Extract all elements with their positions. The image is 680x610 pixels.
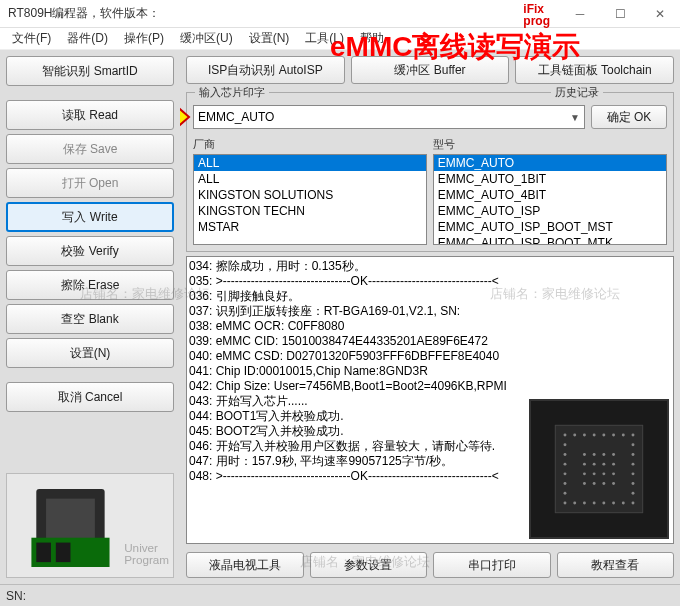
chevron-down-icon: ▼ bbox=[570, 112, 580, 123]
svg-point-14 bbox=[593, 434, 596, 437]
vendor-list[interactable]: ALL ALL KINGSTON SOLUTIONS KINGSTON TECH… bbox=[193, 154, 427, 245]
svg-point-40 bbox=[593, 453, 596, 456]
list-item[interactable]: MSTAR bbox=[194, 219, 426, 235]
svg-point-33 bbox=[583, 502, 586, 505]
svg-point-20 bbox=[632, 443, 635, 446]
minimize-button[interactable]: ─ bbox=[560, 0, 600, 28]
list-item[interactable]: EMMC_AUTO_ISP_BOOT_MTK bbox=[434, 235, 666, 245]
list-item[interactable]: EMMC_AUTO_4BIT bbox=[434, 187, 666, 203]
vendor-label: 厂商 bbox=[193, 135, 427, 154]
erase-button[interactable]: 擦除 Erase bbox=[6, 270, 174, 300]
settings-button[interactable]: 设置(N) bbox=[6, 338, 174, 368]
read-button[interactable]: 读取 Read bbox=[6, 100, 174, 130]
svg-point-31 bbox=[564, 502, 567, 505]
svg-point-41 bbox=[602, 453, 605, 456]
app-logo: iFixprog bbox=[523, 3, 550, 27]
svg-point-26 bbox=[632, 472, 635, 475]
svg-point-45 bbox=[602, 463, 605, 466]
list-item[interactable]: KINGSTON TECHN bbox=[194, 203, 426, 219]
svg-point-39 bbox=[583, 453, 586, 456]
toolchain-button[interactable]: 工具链面板 Toolchain bbox=[515, 56, 674, 84]
svg-text:Program: Program bbox=[124, 553, 169, 566]
chip-input-group: 输入芯片印字 历史记录 EMMC_AUTO ▼ 确定 OK 厂商 ALL ALL bbox=[186, 92, 674, 252]
log-line: 035: >--------------------------------OK… bbox=[189, 274, 671, 289]
lcdtool-button[interactable]: 液晶电视工具 bbox=[186, 552, 304, 578]
log-line: 037: 识别到正版转接座：RT-BGA169-01,V2.1, SN: bbox=[189, 304, 671, 319]
log-line: 040: eMMC CSD: D02701320F5903FFF6DBFFEF8… bbox=[189, 349, 671, 364]
list-item[interactable]: EMMC_AUTO_1BIT bbox=[434, 171, 666, 187]
svg-point-30 bbox=[632, 492, 635, 495]
log-line: 042: Chip Size: User=7456MB,Boot1=Boot2=… bbox=[189, 379, 671, 394]
maximize-button[interactable]: ☐ bbox=[600, 0, 640, 28]
chip-name-combo[interactable]: EMMC_AUTO ▼ bbox=[193, 105, 585, 129]
list-item[interactable]: ALL bbox=[194, 155, 426, 171]
svg-point-51 bbox=[583, 482, 586, 485]
list-item[interactable]: KINGSTON SOLUTIONS bbox=[194, 187, 426, 203]
list-item[interactable]: EMMC_AUTO_ISP bbox=[434, 203, 666, 219]
svg-point-27 bbox=[564, 482, 567, 485]
svg-point-47 bbox=[583, 472, 586, 475]
log-output[interactable]: 034: 擦除成功，用时：0.135秒。 035: >-------------… bbox=[186, 256, 674, 544]
buffer-button[interactable]: 缓冲区 Buffer bbox=[351, 56, 510, 84]
svg-point-15 bbox=[602, 434, 605, 437]
menu-help[interactable]: 帮助 bbox=[354, 28, 390, 49]
menu-operate[interactable]: 操作(P) bbox=[118, 28, 170, 49]
svg-rect-4 bbox=[36, 543, 51, 563]
log-line: 038: eMMC OCR: C0FF8080 bbox=[189, 319, 671, 334]
svg-point-43 bbox=[583, 463, 586, 466]
svg-point-29 bbox=[564, 492, 567, 495]
svg-point-25 bbox=[564, 472, 567, 475]
svg-rect-10 bbox=[555, 425, 642, 512]
sn-label: SN: bbox=[6, 589, 26, 603]
sidebar: 智能识别 SmartID 读取 Read 保存 Save 打开 Open 写入 … bbox=[0, 50, 180, 584]
blank-button[interactable]: 查空 Blank bbox=[6, 304, 174, 334]
svg-point-34 bbox=[593, 502, 596, 505]
menu-settings[interactable]: 设置(N) bbox=[243, 28, 296, 49]
status-bar: SN: bbox=[0, 584, 680, 606]
list-item[interactable]: EMMC_AUTO_ISP_BOOT_MST bbox=[434, 219, 666, 235]
close-button[interactable]: ✕ bbox=[640, 0, 680, 28]
menu-tools[interactable]: 工具(L) bbox=[299, 28, 350, 49]
emmc-chip-image bbox=[529, 399, 669, 539]
model-list[interactable]: EMMC_AUTO EMMC_AUTO_1BIT EMMC_AUTO_4BIT … bbox=[433, 154, 667, 245]
autoisp-button[interactable]: ISP自动识别 AutoISP bbox=[186, 56, 345, 84]
menu-buffer[interactable]: 缓冲区(U) bbox=[174, 28, 239, 49]
svg-point-22 bbox=[632, 453, 635, 456]
svg-point-53 bbox=[602, 482, 605, 485]
params-button[interactable]: 参数设置 bbox=[310, 552, 428, 578]
menu-file[interactable]: 文件(F) bbox=[6, 28, 57, 49]
svg-point-52 bbox=[593, 482, 596, 485]
menu-bar: 文件(F) 器件(D) 操作(P) 缓冲区(U) 设置(N) 工具(L) 帮助 bbox=[0, 28, 680, 50]
svg-point-37 bbox=[622, 502, 625, 505]
write-button[interactable]: 写入 Write bbox=[6, 202, 174, 232]
svg-point-49 bbox=[602, 472, 605, 475]
svg-point-13 bbox=[583, 434, 586, 437]
svg-marker-8 bbox=[180, 103, 189, 131]
svg-point-24 bbox=[632, 463, 635, 466]
svg-point-38 bbox=[632, 502, 635, 505]
tutorial-button[interactable]: 教程查看 bbox=[557, 552, 675, 578]
serial-button[interactable]: 串口打印 bbox=[433, 552, 551, 578]
smartid-button[interactable]: 智能识别 SmartID bbox=[6, 56, 174, 86]
menu-device[interactable]: 器件(D) bbox=[61, 28, 114, 49]
svg-point-18 bbox=[632, 434, 635, 437]
svg-point-12 bbox=[573, 434, 576, 437]
log-line: 041: Chip ID:00010015,Chip Name:8GND3R bbox=[189, 364, 671, 379]
svg-point-16 bbox=[612, 434, 615, 437]
list-item[interactable]: EMMC_AUTO bbox=[434, 155, 666, 171]
model-label: 型号 bbox=[433, 135, 667, 154]
open-button[interactable]: 打开 Open bbox=[6, 168, 174, 198]
cancel-button[interactable]: 取消 Cancel bbox=[6, 382, 174, 412]
list-item[interactable]: ALL bbox=[194, 171, 426, 187]
adapter-image: Univer Program bbox=[6, 473, 174, 578]
verify-button[interactable]: 校验 Verify bbox=[6, 236, 174, 266]
ok-button[interactable]: 确定 OK bbox=[591, 105, 667, 129]
svg-point-35 bbox=[602, 502, 605, 505]
svg-point-17 bbox=[622, 434, 625, 437]
window-title: RT809H编程器，软件版本： bbox=[8, 5, 160, 22]
window-controls: ─ ☐ ✕ bbox=[560, 0, 680, 28]
save-button[interactable]: 保存 Save bbox=[6, 134, 174, 164]
main-panel: ISP自动识别 AutoISP 缓冲区 Buffer 工具链面板 Toolcha… bbox=[180, 50, 680, 584]
svg-point-21 bbox=[564, 453, 567, 456]
chip-input-label: 输入芯片印字 bbox=[195, 85, 269, 100]
